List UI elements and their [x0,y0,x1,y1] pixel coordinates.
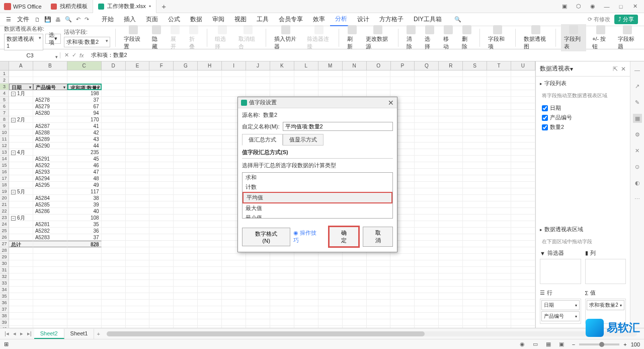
cell[interactable] [511,260,535,267]
row-header[interactable]: 4 [0,90,9,97]
cell[interactable] [439,267,463,273]
cell[interactable]: 45 [67,156,102,162]
cell[interactable] [126,260,150,267]
qat-new-icon[interactable]: 🗋 [33,17,42,23]
cell[interactable] [487,162,511,169]
cell[interactable] [511,84,535,90]
cell[interactable] [511,77,535,84]
cell[interactable] [126,110,150,116]
cell[interactable] [67,77,102,84]
cell[interactable] [102,77,126,84]
cell[interactable] [102,228,126,234]
cell[interactable] [463,188,487,195]
cell[interactable] [222,280,246,287]
cell[interactable] [246,313,270,319]
cell[interactable] [487,273,511,280]
calc-option[interactable]: 计数 [243,182,392,192]
col-header-C[interactable]: C [67,61,102,70]
pivot-chart-button[interactable]: 数据透视图 [521,24,550,51]
cell[interactable] [9,267,33,273]
cell[interactable] [174,273,198,280]
cell[interactable] [9,162,33,169]
cell[interactable] [102,300,126,306]
cell[interactable] [511,136,535,143]
row-header[interactable]: 27 [0,241,9,247]
cell[interactable]: A5282 [33,228,67,234]
col-header-K[interactable]: K [270,61,294,70]
cell[interactable] [318,260,343,267]
cell[interactable]: 38 [67,195,102,201]
cell[interactable] [415,273,439,280]
plusminus-button[interactable]: +/- 按钮 [589,24,612,51]
cell[interactable] [511,90,535,97]
rail-pivot-icon[interactable]: ▦ [633,114,642,123]
cell[interactable] [174,103,198,110]
cell[interactable] [33,149,67,156]
cell[interactable]: 日期 [9,84,33,90]
cell[interactable] [487,293,511,300]
cell[interactable] [318,254,343,260]
cell[interactable] [318,300,343,306]
cell[interactable] [174,143,198,149]
col-header-I[interactable]: I [222,61,246,70]
cell[interactable] [511,254,535,260]
cell[interactable] [149,136,174,143]
cell[interactable]: A5293 [33,169,67,175]
cell[interactable] [9,143,33,149]
row-header[interactable]: 14 [0,156,9,162]
cell[interactable] [9,97,33,103]
cell[interactable] [439,313,463,319]
cell[interactable] [198,326,222,328]
cell[interactable] [149,313,174,319]
row-header[interactable]: 2 [0,77,9,84]
cell[interactable] [222,71,246,77]
cell[interactable] [9,208,33,215]
cell[interactable] [463,215,487,221]
cell[interactable] [439,208,463,215]
cell[interactable] [487,326,511,328]
cell[interactable] [318,273,343,280]
cell[interactable] [149,221,174,228]
cancel-formula-icon[interactable]: ✕ [64,52,69,58]
cell[interactable] [9,129,33,136]
cell[interactable] [390,71,415,77]
cell[interactable] [511,116,535,123]
cell[interactable] [149,273,174,280]
cell[interactable] [390,287,415,293]
cell[interactable] [174,156,198,162]
cell[interactable] [33,306,67,313]
cell[interactable] [511,103,535,110]
cell[interactable] [246,326,270,328]
cell[interactable] [270,306,294,313]
cell[interactable] [102,136,126,143]
cell[interactable] [439,182,463,188]
collapse-icon[interactable]: − [11,92,16,96]
cell[interactable] [415,215,439,221]
cell[interactable] [174,195,198,201]
cell[interactable] [294,84,318,90]
cell[interactable] [463,84,487,90]
view-normal-icon[interactable]: ◉ [520,341,529,348]
cell[interactable]: 46 [67,162,102,169]
cell[interactable] [198,280,222,287]
change-source-button[interactable]: 更改数据源 [363,24,392,51]
cell[interactable] [222,77,246,84]
cell[interactable] [511,129,535,136]
cell[interactable] [511,169,535,175]
cell[interactable] [487,313,511,319]
calc-option[interactable]: 最小值 [243,213,392,219]
cell[interactable] [415,182,439,188]
sheet-nav-first[interactable]: |◂ [3,330,11,337]
cell[interactable] [367,326,391,328]
cell[interactable] [463,97,487,103]
cell[interactable] [174,116,198,123]
cell[interactable] [102,123,126,129]
cell[interactable] [511,326,535,328]
col-header-H[interactable]: H [198,61,222,70]
cell[interactable] [511,143,535,149]
cell[interactable] [174,201,198,208]
dialog-tab-display[interactable]: 值显示方式 [283,134,324,146]
cell[interactable] [246,293,270,300]
cell[interactable] [198,208,222,215]
cell[interactable] [270,260,294,267]
